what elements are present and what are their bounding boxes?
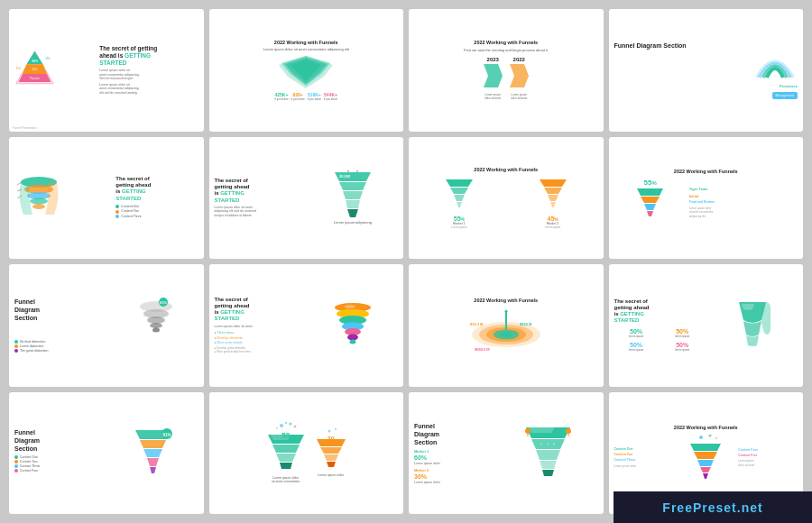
slide-10: The secret ofgetting aheadis GETTINGSTAR… (209, 264, 404, 387)
svg-marker-37 (644, 204, 656, 210)
svg-marker-29 (454, 195, 465, 201)
svg-marker-36 (641, 197, 660, 203)
svg-marker-27 (446, 179, 473, 187)
slide-12-title: The secret ofgetting aheadis GETTINGSTAR… (614, 298, 705, 325)
svg-point-52 (349, 340, 355, 344)
svg-point-93 (540, 443, 542, 445)
svg-text:30%: 30% (32, 60, 39, 63)
svg-point-51 (347, 335, 358, 341)
slide-6: The secret ofgetting aheadis GETTINGSTAR… (209, 137, 404, 260)
svg-text:61%: 61% (160, 300, 167, 305)
svg-point-72 (280, 424, 283, 427)
slide-11-title: 2022 Working with Funnels (474, 298, 538, 304)
svg-text:Passion: Passion (30, 78, 40, 81)
slide-13: FunnelDiagramSection Content One Content… (9, 392, 204, 515)
svg-point-101 (699, 436, 703, 439)
svg-point-74 (276, 427, 278, 429)
svg-marker-68 (147, 458, 159, 466)
svg-marker-80 (280, 463, 292, 469)
slide-footer: Funnel Presentation (13, 126, 37, 130)
svg-text:30,000: 30,000 (339, 174, 351, 179)
svg-marker-87 (327, 462, 336, 467)
slide-3: 2022 Working with Funnels First we start… (409, 9, 604, 132)
svg-point-58 (500, 332, 512, 337)
svg-marker-33 (548, 195, 558, 201)
watermark-suffix: .net (737, 500, 763, 515)
watermark: FreePreset.net (614, 491, 812, 523)
svg-text:20%: 20% (45, 57, 51, 60)
svg-marker-86 (324, 454, 338, 461)
svg-marker-23 (343, 191, 363, 199)
slide-2: 2022 Working with Funnels Lorem ipsum do… (209, 9, 404, 132)
slide-grid: 30% 35% Passion 20% 35% The secret of ge… (0, 0, 812, 523)
svg-text:$16.3 M: $16.3 M (470, 322, 484, 326)
slide-2-title: 2022 Working with Funnels (215, 40, 399, 46)
svg-point-41 (147, 317, 165, 324)
slide-8-title: 2022 Working with Funnels (674, 169, 738, 175)
svg-marker-34 (550, 202, 556, 207)
svg-marker-96 (529, 427, 555, 433)
svg-marker-67 (143, 449, 162, 457)
slide-9-title: FunnelDiagramSection (14, 298, 113, 338)
svg-text:35%: 35% (16, 67, 22, 70)
svg-point-97 (525, 428, 531, 434)
svg-marker-92 (542, 470, 554, 476)
svg-point-83 (335, 428, 337, 430)
slide-7: 2022 Working with Funnels 55% Market 1 L… (409, 137, 604, 260)
svg-marker-79 (276, 454, 296, 462)
slide-5-title: The secret ofgetting aheadis GETTINGSTAR… (115, 176, 198, 202)
svg-marker-25 (347, 209, 358, 217)
svg-marker-66 (140, 440, 166, 448)
svg-marker-104 (690, 444, 721, 451)
svg-marker-30 (457, 202, 462, 207)
svg-point-43 (152, 327, 160, 332)
watermark-highlight: Preset (693, 500, 737, 515)
slide-5: The secret ofgetting aheadis GETTINGSTAR… (9, 137, 204, 260)
svg-point-19 (30, 197, 48, 204)
svg-marker-90 (536, 450, 560, 460)
slide-3-subtitle: First we start the meeting and begin pro… (464, 48, 548, 52)
svg-text:$660.6 M: $660.6 M (475, 347, 490, 352)
svg-marker-108 (703, 473, 708, 479)
svg-marker-69 (150, 467, 156, 473)
slide-15: FunnelDiagramSection Market 1 60% Lorem … (409, 392, 604, 515)
svg-text:$622 M: $622 M (520, 322, 532, 326)
svg-marker-14 (484, 64, 503, 87)
svg-point-73 (289, 423, 291, 426)
slide-6-title: The secret ofgetting aheadis GETTINGSTAR… (215, 178, 305, 204)
svg-point-76 (285, 422, 287, 424)
svg-marker-106 (697, 460, 714, 466)
svg-marker-32 (544, 188, 562, 194)
watermark-text: FreePreset.net (662, 500, 762, 515)
svg-point-99 (566, 428, 571, 434)
svg-marker-35 (637, 188, 663, 196)
slide-16-title: 2022 Working with Funnels (674, 425, 738, 431)
slide-11: 2022 Working with Funnels $16.3 M $622 M… (409, 264, 604, 387)
svg-marker-31 (540, 179, 567, 187)
svg-marker-22 (339, 182, 366, 190)
svg-marker-107 (700, 467, 711, 473)
slide-13-title: FunnelDiagramSection (14, 428, 105, 453)
svg-point-82 (328, 430, 330, 433)
svg-marker-85 (320, 447, 342, 454)
svg-point-103 (715, 437, 717, 439)
svg-point-102 (709, 435, 712, 437)
slide-12: The secret ofgetting aheadis GETTINGSTAR… (609, 264, 804, 387)
svg-point-42 (150, 323, 162, 328)
slide-1: 30% 35% Passion 20% 35% The secret of ge… (9, 9, 204, 132)
svg-marker-91 (540, 461, 557, 469)
svg-point-20 (32, 204, 45, 209)
slide-7-title: 2022 Working with Funnels (474, 167, 538, 173)
slide-14: 50 Lorem ipsum dolorsit amet consectetur… (209, 392, 404, 515)
slide-15-title: FunnelDiagramSection (414, 422, 496, 446)
slide-4-title: Funnel Diagram Section (614, 41, 705, 50)
svg-marker-15 (510, 64, 529, 87)
watermark-prefix: Free (662, 500, 693, 515)
slide-2-subtitle: Lorem ipsum dolor sit amet consectetur a… (215, 47, 399, 51)
svg-marker-38 (647, 211, 653, 216)
svg-point-95 (553, 443, 555, 445)
svg-marker-60 (504, 309, 508, 312)
slide-4: Funnel Diagram Section Processes Managem… (609, 9, 804, 132)
slide-10-title: The secret ofgetting aheadis GETTINGSTAR… (215, 297, 305, 323)
svg-text:91%: 91% (162, 432, 171, 436)
